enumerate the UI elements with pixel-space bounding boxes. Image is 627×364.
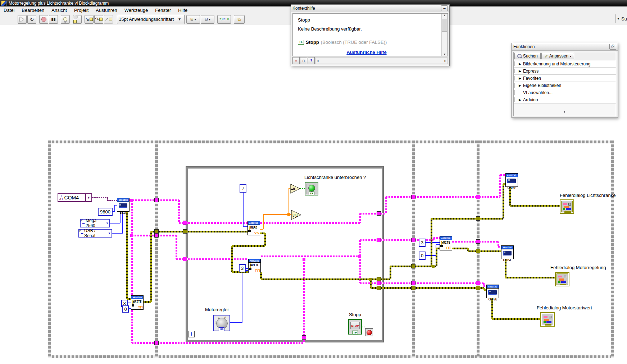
palette-item-arduino[interactable]: ▶Arduino	[514, 96, 616, 103]
wire-segment-pink	[188, 222, 360, 224]
menu-item-bearbeiten[interactable]: Bearbeiten	[18, 7, 48, 14]
pin-number-constant[interactable]: 7	[240, 184, 246, 193]
wire-segment-pink	[360, 213, 386, 215]
step-out-button[interactable]: ↗	[104, 15, 113, 24]
boolean-tf-icon: TF	[298, 40, 304, 45]
align-objects-dropdown[interactable]: ⊞ ▾	[186, 15, 200, 24]
numeric-constant-3[interactable]: 3	[239, 264, 246, 272]
run-button[interactable]	[18, 15, 27, 24]
scrollbar-thumb[interactable]	[442, 19, 447, 32]
abort-button[interactable]	[39, 15, 48, 24]
wire-segment-olive	[503, 184, 504, 218]
expand-arrow-icon: ▶	[519, 98, 523, 102]
expand-arrow-icon: ▶	[519, 69, 523, 73]
arduino-close-block[interactable]: ARDUINOCLOSE	[486, 285, 499, 298]
run-continuous-icon: ↻	[30, 17, 34, 22]
palette-item-favoriten[interactable]: ▶Favoriten	[514, 75, 616, 82]
wire-segment-pink	[132, 235, 158, 236]
show-terminals-button[interactable]: ⌗	[292, 57, 300, 64]
arduino-init-block[interactable]: ARDUINOINIT	[117, 198, 130, 212]
wire-segment-pink	[498, 246, 501, 248]
retain-wire-values-button[interactable]: ⚪	[73, 15, 82, 24]
detailed-help-link[interactable]: Ausführliche Hilfe	[293, 50, 440, 55]
reorder-dropdown[interactable]: ⧉	[234, 15, 245, 24]
font-selector-dropdown[interactable]: 15pt Anwendungsschriftart ▼	[117, 15, 185, 24]
palette-item-express[interactable]: ▶Express	[514, 68, 616, 75]
wire-segment-pink	[303, 259, 305, 343]
error-dialog-subvi-lichtschranke[interactable]	[560, 199, 574, 214]
arduino-board-icon	[507, 179, 516, 183]
context-help-hscrollbar[interactable]: ◄►	[315, 57, 448, 64]
arduino-write-block[interactable]: ARDUINOWRITE⊓⊓	[440, 236, 452, 250]
step-over-button[interactable]: ↷	[94, 15, 103, 24]
numeric-constant-0[interactable]: 0	[419, 252, 426, 260]
wire-segment-pink	[176, 258, 248, 260]
com-port-constant[interactable]: I∕OCOM4▼	[58, 193, 92, 202]
grip-icon	[514, 69, 517, 73]
tunnel	[377, 211, 381, 216]
menu-item-fenster[interactable]: Fenster	[151, 7, 174, 14]
numeric-constant-3[interactable]: 3	[419, 239, 426, 247]
connection-type-dropdown[interactable]: ◂▸USB / Serial▼	[78, 229, 112, 238]
palette-item-bilderkennung-und-motorsteuerung[interactable]: ▶Bilderkennung und Motorsteuerung	[514, 60, 616, 68]
chevron-down-icon: ▼	[105, 222, 109, 225]
wire-segment-orange	[263, 215, 264, 229]
wire-junction	[303, 258, 305, 261]
led-indicator[interactable]: TF	[305, 182, 318, 195]
arduino-write-block[interactable]: ARDUINOWRITE⊓⊓	[131, 295, 144, 310]
wire-segment-olive	[431, 218, 432, 266]
close-icon[interactable]: 🗕	[441, 5, 448, 11]
loop-condition-terminal[interactable]	[365, 328, 373, 336]
board-type-dropdown[interactable]: ◂▸Mega 2560▼	[80, 219, 110, 227]
menu-item-datei[interactable]: Datei	[0, 7, 18, 14]
error-dialog-subvi-motorstartwert[interactable]	[540, 312, 555, 327]
to-integer-node[interactable]: [I]	[291, 210, 302, 220]
tunnel	[411, 238, 415, 242]
functions-palette-titlebar[interactable]: Funktionen 🗗	[512, 43, 618, 51]
error-dialog-subvi-motorregelung[interactable]	[555, 272, 569, 286]
tunnel	[411, 195, 415, 199]
highlight-execution-button[interactable]	[61, 15, 70, 24]
wire-segment-olive	[186, 231, 247, 232]
palette-search-button[interactable]: Suchen	[514, 53, 541, 59]
palette-customize-button[interactable]: Anpassen ▾	[541, 53, 574, 59]
tunnel	[476, 249, 480, 253]
stop-button-terminal[interactable]: STOPTF	[348, 319, 362, 335]
palette-item-vi-ausw-hlen-[interactable]: VI auswählen...	[514, 89, 616, 96]
wire-segment-pink	[130, 199, 155, 201]
equal-to-zero-node[interactable]: =0	[290, 184, 301, 194]
toolbar-search-partial[interactable]: ▾ Su	[615, 14, 627, 23]
wire-segment-pink	[359, 240, 361, 256]
arduino-write-block[interactable]: ARDUINOWRITE⊓⊓	[248, 259, 261, 273]
menu-item-projekt[interactable]: Projekt	[71, 7, 92, 14]
wire-segment-olive	[126, 212, 128, 299]
tunnel	[411, 281, 415, 285]
palette-expand-chevron[interactable]: »	[514, 109, 616, 114]
arduino-close-block[interactable]: ARDUINOCLOSE	[501, 245, 514, 259]
motor-knob-terminal[interactable]: 246U8	[213, 315, 230, 331]
wire-junction	[432, 265, 435, 268]
run-continuous-button[interactable]: ↻	[27, 15, 36, 24]
arduino-read-block[interactable]: ARDUINOREAD∿∿	[247, 221, 260, 235]
distribute-objects-dropdown[interactable]: ⊟ ▾	[201, 15, 214, 24]
lock-help-button[interactable]: ⊓	[300, 57, 307, 64]
menu-item-ansicht[interactable]: Ansicht	[48, 7, 71, 14]
numeric-constant-0[interactable]: 0	[122, 305, 129, 313]
wire-segment-blue	[128, 303, 131, 303]
wire-segment-olive	[468, 250, 501, 252]
menu-item-werkzeuge[interactable]: Werkzeuge	[121, 7, 152, 14]
step-into-button[interactable]: ↘	[85, 15, 94, 24]
wire-segment-pink	[433, 237, 440, 239]
wire-segment-blue	[230, 322, 242, 323]
loop-iteration-terminal[interactable]: i	[188, 331, 195, 337]
help-button[interactable]: ?	[308, 57, 315, 64]
palette-item-eigene-bibliotheken[interactable]: ▶Eigene Bibliotheken	[514, 82, 616, 89]
arduino-close-block[interactable]: ARDUINOCLOSE	[505, 173, 518, 187]
resize-objects-dropdown[interactable]: ⟲⟳ ▾	[217, 15, 231, 24]
pause-button[interactable]: ▮▮	[49, 15, 58, 24]
baud-rate-constant[interactable]: 9600	[98, 208, 113, 216]
menu-item-hilfe[interactable]: Hilfe	[174, 7, 191, 14]
context-help-titlebar[interactable]: Kontexthilfe 🗕	[291, 5, 449, 12]
close-icon[interactable]: 🗗	[609, 44, 616, 50]
menu-item-ausführen[interactable]: Ausführen	[92, 7, 121, 14]
